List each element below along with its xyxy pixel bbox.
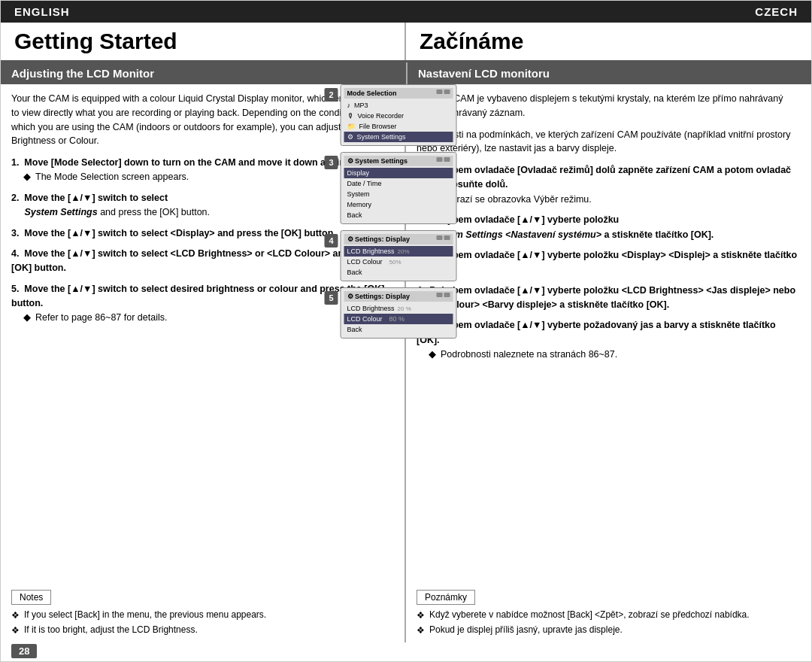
screen-2-item-4: ⚙ System Settings	[344, 132, 453, 142]
screen-4-item-3: Back	[344, 267, 453, 278]
step2-italic: System Settings	[24, 207, 97, 217]
title-row: Getting Started Začínáme	[1, 23, 811, 62]
step1-num: 1. Move [Mode Selector] down to turn on …	[11, 157, 347, 168]
header-row: ENGLISH CZECH	[1, 1, 811, 23]
english-section-header: Adjusting the LCD Monitor	[1, 62, 406, 84]
screen-2-item-1: ♪ MP3	[344, 100, 453, 111]
english-step-2: 2. Move the [▲/▼] switch to select Syste…	[11, 191, 394, 220]
czech-note-1: Když vyberete v nabídce možnost [Back] <…	[417, 608, 801, 623]
czech-step-5: 5. Pohybem ovladače [▲/▼] vyberte požado…	[417, 318, 801, 362]
czech-notes-box: Poznámky	[417, 590, 475, 605]
step5-bullet: Refer to page 86~87 for details.	[23, 311, 394, 325]
czech-step-4: 4. Pohybem ovladače [▲/▼] vyberte položk…	[417, 284, 801, 313]
step1-bullet: The Mode Selection screen appears.	[23, 170, 394, 184]
screen-2-title: Mode Selection	[344, 88, 453, 99]
screen-5-title: ⚙ Settings: Display	[344, 291, 453, 302]
screen-2: 2 Mode Selection ♪ MP3 🎙 Voice Recorder …	[341, 84, 457, 146]
czech-section-header: Nastavení LCD monitoru	[406, 62, 811, 84]
screen-step-5-num: 5	[325, 291, 338, 305]
czech-step-3: 3. Pohybem ovladače [▲/▼] vyberte položk…	[417, 248, 801, 278]
czech-intro-2: V závislosti na podmínkách, ve kterých z…	[417, 128, 801, 156]
notes-box: Notes	[11, 590, 51, 605]
step3-text: 3. Move the [▲/▼] switch to select <Disp…	[11, 228, 336, 238]
czech-step-2: 2. Pohybem ovladače [▲/▼] vyberte položk…	[417, 213, 801, 242]
english-note-1: If you select [Back] in the menu, the pr…	[11, 608, 394, 623]
screen-5-item-1: LCD Brightness 20 %	[344, 303, 453, 314]
screen-4: 4 ⚙ Settings: Display LCD Brightness 20%…	[341, 230, 457, 281]
screens-column: 2 Mode Selection ♪ MP3 🎙 Voice Recorder …	[341, 84, 472, 339]
screen-5: 5 ⚙ Settings: Display LCD Brightness 20 …	[341, 287, 457, 339]
section-headers: Adjusting the LCD Monitor Nastavení LCD …	[1, 62, 811, 84]
czech-step1-bullet: Zobrazí se obrazovka Výběr režimu.	[429, 193, 801, 207]
step4-text: 4. Move the [▲/▼] switch to select <LCD …	[11, 248, 394, 273]
step2-text2: and press the [OK] button.	[100, 207, 210, 217]
page-number-row: 28	[1, 642, 811, 661]
screen-step-3-num: 3	[325, 156, 338, 169]
screen-3-item-3: System	[344, 189, 453, 199]
screen-3: 3 ⚙ System Settings Display Date / Time …	[341, 152, 457, 224]
page: ENGLISH CZECH Getting Started Začínáme A…	[0, 0, 812, 662]
czech-note-2: Pokud je displej příliš jasný, upravte j…	[417, 623, 801, 638]
czech-steps: 1. Pohybem ovladače [Ovladač režimů] dol…	[417, 163, 801, 369]
screen-5-item-2: LCD Colour 80 %	[344, 314, 453, 324]
czech-title: Začínáme	[406, 23, 811, 60]
screen-2-item-2: 🎙 Voice Recorder	[344, 111, 453, 121]
step2-text: 2. Move the [▲/▼] switch to select	[11, 193, 168, 203]
czech-step5-bullet: Podrobnosti naleznete na stranách 86~87.	[429, 348, 801, 362]
english-note-2: If it is too bright, adjust the LCD Brig…	[11, 623, 394, 638]
screen-4-item-1: LCD Brightness 20%	[344, 246, 453, 257]
english-title: Getting Started	[1, 23, 406, 60]
main-content: Your the CAM is equipped with a colour L…	[1, 84, 811, 642]
czech-step-1: 1. Pohybem ovladače [Ovladač režimů] dol…	[417, 163, 801, 207]
czech-step2-text2: a stiskněte tlačítko [OK].	[604, 229, 714, 240]
screen-3-title: ⚙ System Settings	[344, 156, 453, 166]
screen-3-item-5: Back	[344, 210, 453, 220]
screen-step-2-num: 2	[325, 88, 338, 102]
screen-4-item-2: LCD Colour 50%	[344, 257, 453, 267]
english-header: ENGLISH	[1, 1, 406, 23]
czech-notes-section: Poznámky Když vyberete v nabídce možnost…	[417, 590, 801, 638]
czech-step1-text: 1. Pohybem ovladače [Ovladač režimů] dol…	[417, 165, 791, 190]
english-notes-section: Notes If you select [Back] in the menu, …	[11, 590, 394, 638]
screen-3-item-2: Date / Time	[344, 178, 453, 189]
page-number: 28	[11, 644, 37, 658]
czech-step3-text: 3. Pohybem ovladače [▲/▼] vyberte položk…	[417, 250, 797, 275]
english-step-4: 4. Move the [▲/▼] switch to select <LCD …	[11, 247, 394, 276]
czech-intro-1: Zařízení CAM je vybaveno displejem s tek…	[417, 92, 801, 120]
czech-header: CZECH	[406, 1, 811, 23]
screen-3-item-1: Display	[344, 168, 453, 178]
screen-step-4-num: 4	[325, 234, 338, 247]
screen-3-item-4: Memory	[344, 199, 453, 210]
screen-4-title: ⚙ Settings: Display	[344, 234, 453, 244]
screen-5-item-3: Back	[344, 324, 453, 335]
czech-step4-text: 4. Pohybem ovladače [▲/▼] vyberte položk…	[417, 285, 795, 310]
screen-2-item-3: 📁 File Browser	[344, 121, 453, 132]
